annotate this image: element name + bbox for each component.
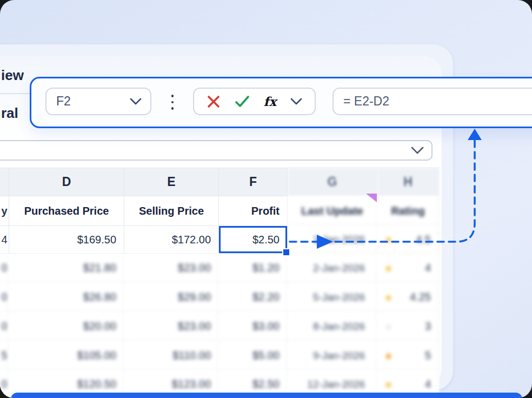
cell-last-update[interactable]: 5-Jan-2026 <box>288 283 377 312</box>
cell-profit[interactable]: $5.00 <box>219 341 288 370</box>
cell-selling-price[interactable]: $172.00 <box>124 226 219 254</box>
column-letter-partial[interactable] <box>0 168 9 196</box>
star-icon: ★ <box>384 321 393 331</box>
confirm-icon[interactable] <box>235 95 250 108</box>
number-format-dropdown[interactable] <box>0 140 433 161</box>
cell-last-update[interactable]: 8-Jan-2026 <box>288 312 377 341</box>
star-icon: ★ <box>384 350 393 361</box>
cell-rating[interactable]: ★4 <box>377 254 439 283</box>
column-letter-G[interactable]: G <box>288 168 377 196</box>
row-partial-fragment[interactable]: 0 <box>0 283 9 312</box>
cell-purchased-price[interactable]: $105.00 <box>9 341 124 370</box>
cell-profit[interactable]: $2.20 <box>219 283 288 312</box>
formula-input-value: = E2-D2 <box>343 94 389 109</box>
menu-divider <box>0 93 30 94</box>
header-rating[interactable]: Rating <box>377 196 439 226</box>
comment-marker-icon <box>365 193 377 204</box>
cell-rating[interactable]: ★5 <box>377 341 439 370</box>
kebab-menu-icon[interactable] <box>169 91 176 113</box>
screenshot-stage: iew ral F2 fx <box>0 0 532 398</box>
cell-selling-price[interactable]: $110.00 <box>124 341 219 370</box>
function-fx-button[interactable]: fx <box>264 94 277 109</box>
cell-rating[interactable]: ★4.25 <box>377 283 439 312</box>
header-selling-price[interactable]: Selling Price <box>124 196 219 226</box>
chevron-down-icon[interactable] <box>290 98 302 105</box>
column-letter-D[interactable]: D <box>9 168 124 196</box>
cell-name-box[interactable]: F2 <box>45 88 151 115</box>
header-purchased-price[interactable]: Purchased Price <box>9 196 124 226</box>
cancel-icon[interactable] <box>207 95 221 109</box>
cell-rating[interactable]: ★3 <box>377 312 439 341</box>
formula-bar: F2 fx = E2-D2 <box>30 77 532 128</box>
column-letter-F[interactable]: F <box>219 168 288 196</box>
cell-last-update[interactable]: 2-Jan-2026 <box>288 254 377 283</box>
row-partial-fragment[interactable]: 0 <box>0 370 9 398</box>
cell-profit-selected[interactable]: $2.50 <box>219 226 288 254</box>
background-card: iew ral F2 fx <box>0 0 532 398</box>
row-partial-fragment[interactable]: 0 <box>0 254 9 283</box>
formula-input[interactable]: = E2-D2 <box>332 88 532 115</box>
star-icon: ★ <box>384 263 393 273</box>
cell-profit[interactable]: $3.00 <box>219 312 288 341</box>
fill-handle[interactable] <box>282 248 290 256</box>
menu-item-general-fragment[interactable]: ral <box>1 105 18 122</box>
name-box-value: F2 <box>56 94 71 109</box>
header-profit[interactable]: Profit <box>219 196 288 226</box>
chevron-down-icon <box>130 98 142 105</box>
menu-item-view-fragment[interactable]: iew <box>1 67 24 84</box>
star-icon: ★ <box>384 379 393 389</box>
cell-purchased-price[interactable]: $20.00 <box>9 312 124 341</box>
cell-last-update[interactable]: 9-Jan-2026 <box>288 341 377 370</box>
next-step-highlight-bar <box>11 393 522 398</box>
star-icon: ★ <box>384 292 393 302</box>
cell-profit[interactable]: $1.20 <box>219 254 288 283</box>
formula-action-group: fx <box>193 88 316 115</box>
header-last-update[interactable]: Last Update <box>288 196 377 226</box>
cell-purchased-price[interactable]: $26.80 <box>9 283 124 312</box>
cell-purchased-price[interactable]: $169.50 <box>9 226 124 254</box>
row-partial-fragment[interactable]: 5 <box>0 341 9 370</box>
column-letter-H[interactable]: H <box>377 168 439 196</box>
cell-selling-price[interactable]: $23.00 <box>124 312 219 341</box>
chevron-down-icon <box>411 147 424 154</box>
cell-selling-price[interactable]: $29.00 <box>124 283 219 312</box>
row-partial-fragment[interactable]: 4 <box>0 226 9 254</box>
star-icon: ★ <box>384 235 393 245</box>
row-partial-fragment[interactable]: 0 <box>0 312 9 341</box>
cell-last-update[interactable]: 1-Jan-2026 <box>288 226 377 254</box>
cell-rating[interactable]: ★4.5 <box>377 226 439 254</box>
cell-purchased-price[interactable]: $21.80 <box>9 254 124 283</box>
column-letter-E[interactable]: E <box>124 168 219 196</box>
header-partial-fragment[interactable]: y <box>0 196 9 226</box>
cell-selling-price[interactable]: $23.00 <box>124 254 219 283</box>
